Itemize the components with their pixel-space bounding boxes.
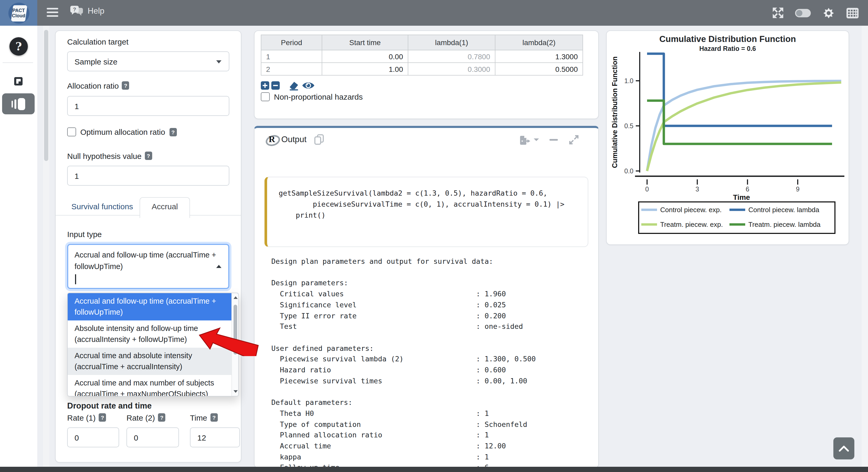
optimum-allocation-row: Optimum allocation ratio (67, 128, 177, 136)
flag-corner-icon (14, 77, 23, 86)
input-type-value: Accrual and follow-up time (accrualTime … (74, 249, 217, 272)
allocation-ratio-label: Allocation ratio (67, 81, 129, 90)
table-cell[interactable]: 1.00 (322, 63, 408, 75)
input-type-combobox[interactable]: Accrual and follow-up time (accrualTime … (67, 244, 229, 289)
table-cell[interactable]: 0.5000 (495, 63, 583, 75)
scrollbar-thumb[interactable] (234, 305, 237, 355)
help-badge-icon[interactable] (122, 81, 129, 90)
dropout-heading: Dropout rate and time (67, 401, 152, 411)
page-scrollbar[interactable] (862, 26, 868, 467)
file-export-icon (519, 135, 531, 145)
scroll-up-arrow-icon[interactable] (233, 296, 238, 299)
dropout-rate1-input[interactable] (67, 428, 119, 447)
app-logo[interactable]: PACT Cloud (0, 0, 37, 26)
export-button[interactable] (519, 135, 539, 145)
options-list: Accrual and follow-up time (accrualTime … (68, 293, 238, 397)
rpact-logo-icon: PACT Cloud (8, 2, 29, 23)
col-lambda2: lambda(2) (495, 35, 583, 50)
logo-line2: Cloud (12, 13, 26, 18)
svg-text:9: 9 (796, 186, 800, 193)
svg-text:6: 6 (746, 186, 749, 193)
r-code-text: getSampleSizeSurvival(lambda2 = c(1.3, 0… (267, 177, 588, 221)
help-bubbles-icon: ? (70, 5, 84, 17)
tab-survival-functions[interactable]: Survival functions (64, 198, 141, 215)
copy-icon[interactable] (314, 134, 324, 145)
dropdown-scrollbar[interactable] (231, 293, 238, 396)
help-label: Help (88, 6, 104, 16)
svg-text:Time: Time (733, 193, 750, 201)
dropout-rate2-input[interactable] (126, 428, 179, 447)
scroll-down-arrow-icon[interactable] (233, 390, 238, 393)
topbar: PACT Cloud ? Help (0, 0, 868, 26)
add-row-button[interactable] (261, 81, 269, 90)
output-header: R Output (254, 128, 598, 151)
dropdown-option[interactable]: Accrual time and max number of subjects … (68, 375, 238, 397)
input-type-dropdown-menu: Accrual and follow-up time (accrualTime … (67, 293, 239, 397)
output-panel: R Output (254, 126, 599, 468)
dropdown-option[interactable]: Accrual and follow-up time (accrualTime … (68, 293, 238, 321)
help-badge-icon[interactable] (145, 151, 152, 160)
col-lambda1: lambda(1) (408, 35, 495, 50)
expand-icon[interactable] (568, 134, 579, 145)
help-badge-icon[interactable] (211, 413, 218, 422)
sidebar-item-panel-active[interactable] (2, 93, 35, 114)
table-cell[interactable]: 1.3000 (495, 50, 583, 63)
r-code-block[interactable]: getSampleSizeSurvival(lambda2 = c(1.3, 0… (265, 177, 588, 247)
non-proportional-row: Non-proportional hazards (261, 92, 363, 101)
chevron-up-icon (216, 265, 221, 268)
table-cell[interactable]: 1 (261, 50, 322, 63)
sidebar (0, 26, 37, 467)
table-cell[interactable]: 0.7800 (408, 50, 495, 63)
svg-text:Control piecew. lambda: Control piecew. lambda (748, 206, 819, 214)
chevron-down-icon (534, 138, 539, 141)
hamburger-menu-icon[interactable] (47, 8, 58, 17)
question-avatar[interactable] (9, 37, 28, 56)
table-cell[interactable]: 2 (261, 63, 322, 75)
col-period: Period (261, 35, 322, 50)
theme-toggle[interactable] (795, 9, 811, 17)
input-type-label: Input type (67, 230, 102, 239)
remove-row-button[interactable] (271, 81, 280, 90)
chevron-down-icon (216, 60, 221, 63)
null-hypothesis-input[interactable] (67, 166, 229, 186)
calculation-target-value: Sample size (74, 57, 117, 66)
sidebar-item-flag[interactable] (14, 77, 23, 88)
fullscreen-icon[interactable] (773, 7, 783, 19)
table-actions (261, 80, 315, 91)
cdf-chart-panel: Cumulative Distribution Function Hazard … (606, 30, 849, 245)
eraser-icon[interactable] (288, 80, 299, 91)
eye-icon[interactable] (302, 80, 315, 90)
optimum-allocation-label: Optimum allocation ratio (80, 128, 165, 136)
non-proportional-checkbox[interactable] (261, 92, 270, 101)
table-cell[interactable]: 0.00 (322, 50, 408, 63)
help-badge-icon[interactable] (169, 128, 177, 136)
dropout-time-input[interactable] (190, 428, 240, 447)
help-badge-icon[interactable] (158, 413, 165, 422)
table-cell[interactable]: 0.3000 (408, 63, 495, 75)
parameters-panel: Calculation target Sample size Allocatio… (55, 30, 241, 463)
output-toolbar (519, 134, 579, 145)
dropdown-option[interactable]: Absolute intensity and follow-up time (a… (68, 321, 238, 348)
sidebar-divider (3, 62, 33, 63)
grid-icon[interactable] (846, 8, 859, 18)
help-badge-icon[interactable] (99, 413, 106, 422)
bottom-statusbar (0, 467, 868, 472)
dropdown-option[interactable]: Accrual time and absolute intensity (acc… (68, 348, 238, 375)
optimum-allocation-checkbox[interactable] (67, 128, 76, 136)
svg-text:Treatm. piecew. exp.: Treatm. piecew. exp. (660, 221, 723, 228)
gear-icon[interactable] (823, 6, 835, 19)
non-proportional-label: Non-proportional hazards (274, 92, 363, 101)
tab-accrual[interactable]: Accrual (140, 197, 190, 218)
left-panel-scrollbar[interactable] (43, 26, 49, 467)
svg-text:0.0: 0.0 (624, 167, 633, 175)
scroll-to-top-button[interactable] (833, 437, 855, 460)
svg-text:0: 0 (645, 186, 649, 193)
svg-text:0.5: 0.5 (624, 122, 633, 130)
help-button[interactable]: ? Help (70, 5, 104, 17)
side-panel-icon (10, 97, 27, 111)
minimize-icon[interactable] (550, 139, 558, 141)
calculation-target-select[interactable]: Sample size (67, 52, 229, 71)
chevron-up-icon (838, 445, 849, 452)
svg-text:Treatm. piecew. lambda: Treatm. piecew. lambda (748, 221, 821, 228)
allocation-ratio-input[interactable] (67, 96, 229, 116)
